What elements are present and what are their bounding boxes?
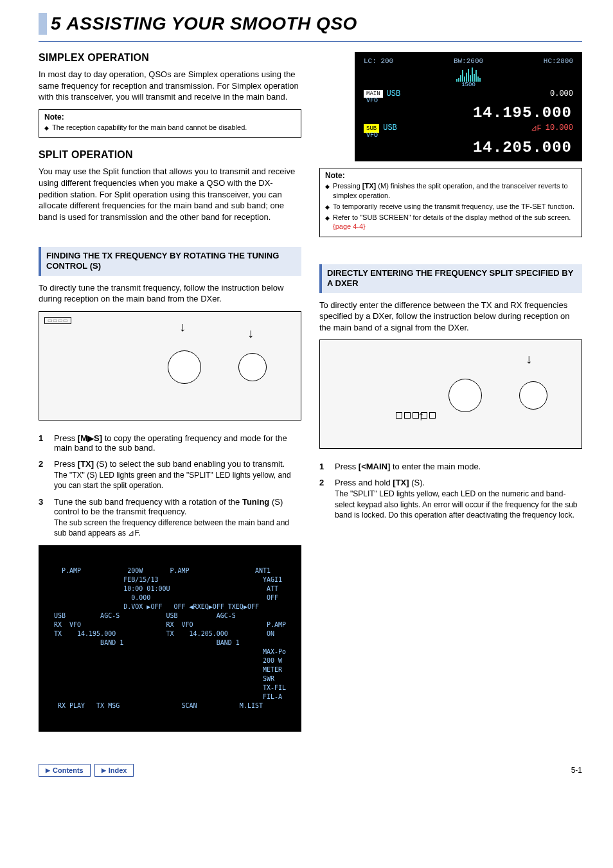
note-text: Refer to "SUB SCREEN" for details of the… — [333, 213, 576, 232]
lcd-sub-freq: 14.205.000 — [360, 139, 577, 156]
chapter-header: 5 ASSISTING YOUR SMOOTH QSO — [39, 13, 582, 35]
transceiver-diagram-right: ↑ ↓ — [319, 339, 582, 449]
note-box-simplex: Note: The reception capability for the m… — [39, 109, 301, 138]
step-1: 1 Press [<MAIN] to enter the main mode. — [319, 462, 582, 471]
split-para: You may use the Split function that allo… — [39, 166, 301, 222]
note-box-split: Note: Pressing [TX] (M) finishes the spl… — [319, 168, 582, 237]
key-label: [<MAIN] — [359, 462, 390, 471]
finding-tx-para: To directly tune the transmit frequency,… — [39, 282, 301, 305]
lcd-waveform-icon — [360, 68, 577, 82]
step-sub: The sub screen the frequency difference … — [54, 518, 301, 538]
note-title: Note: — [325, 171, 576, 180]
subsection-direct-entry: DIRECTLY ENTERING THE FREQUENCY SPLIT SP… — [319, 264, 582, 293]
step-number: 1 — [319, 462, 335, 471]
transceiver-screen: P.AMP 200W P.AMP ANT1 FEB/15/13 YAGI1 10… — [39, 545, 301, 732]
lcd-lc: LC: 200 — [364, 57, 393, 65]
transceiver-diagram-left: ↓ ↓ ▭▭▭▭ — [39, 311, 301, 420]
step-2: 2 Press and hold [TX] (S). The "SPLIT" L… — [319, 478, 582, 520]
step-number: 2 — [39, 459, 54, 491]
page-footer: Contents Index 5-1 — [39, 764, 582, 777]
lcd-df-value: 10.000 — [546, 123, 573, 132]
key-label: [TX] — [78, 459, 94, 469]
subsection-finding-tx: FINDING THE TX FREQUENCY BY ROTATING THE… — [39, 247, 301, 276]
key-label: Tuning — [242, 497, 269, 507]
chapter-title: ASSISTING YOUR SMOOTH QSO — [67, 14, 357, 34]
page-number: 5-1 — [571, 766, 582, 775]
chapter-number: 5 — [51, 14, 60, 34]
key-label: [TX] — [393, 478, 409, 487]
step-number: 3 — [39, 497, 54, 538]
title-rule — [39, 41, 582, 42]
note-title: Note: — [44, 113, 296, 122]
simplex-para: In most day to day operation, QSOs are S… — [39, 69, 301, 103]
lcd-hc: HC:2800 — [544, 57, 573, 65]
lcd-mode: USB — [383, 123, 397, 132]
lcd-subscreen: LC: 200 BW:2600 HC:2800 1500 MAIN USB 0.… — [355, 52, 582, 161]
section-split-title: SPLIT OPERATION — [39, 149, 301, 161]
step-3: 3 Tune the sub band frequency with a rot… — [39, 497, 301, 538]
step-sub: The "TX" (S) LED lights green and the "S… — [54, 470, 301, 491]
lcd-vfo: VFO — [360, 132, 577, 139]
accent-bar — [39, 13, 47, 35]
lcd-vfo: VFO — [360, 97, 577, 104]
left-column: SIMPLEX OPERATION In most day to day ope… — [39, 52, 301, 745]
lcd-bw: BW:2600 — [454, 57, 483, 65]
contents-button[interactable]: Contents — [39, 764, 91, 777]
note-text: The reception capability for the main ba… — [52, 123, 247, 132]
note-text: Pressing [TX] (M) finishes the split ope… — [333, 181, 576, 201]
step-number: 1 — [39, 433, 54, 453]
step-1: 1 Press [M▶S] to copy the operating freq… — [39, 433, 301, 453]
lcd-main-freq: 14.195.000 — [360, 104, 577, 122]
note-text: To temporarily receive using the transmi… — [333, 202, 574, 212]
index-button[interactable]: Index — [94, 764, 134, 777]
section-simplex-title: SIMPLEX OPERATION — [39, 52, 301, 64]
direct-entry-para: To directly enter the difference between… — [319, 300, 582, 334]
page-xref[interactable]: {page 4-4} — [333, 222, 366, 230]
step-sub: The "SPLIT" LED lights yellow, each LED … — [335, 489, 582, 520]
right-column: LC: 200 BW:2600 HC:2800 1500 MAIN USB 0.… — [319, 52, 582, 745]
lcd-tick: 1500 — [461, 82, 475, 88]
step-2: 2 Press [TX] (S) to select the sub band … — [39, 459, 301, 491]
step-number: 2 — [319, 478, 335, 520]
key-label: [M▶S] — [78, 433, 102, 443]
